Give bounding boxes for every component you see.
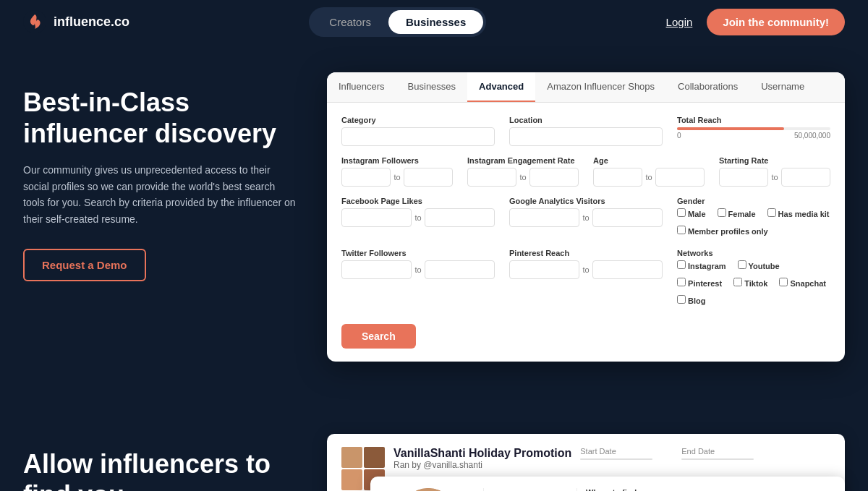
- search-widget-panel: Influencers Businesses Advanced Amazon I…: [327, 72, 845, 362]
- starting-rate-label: Starting Rate: [719, 156, 830, 165]
- tab-username[interactable]: Username: [749, 72, 816, 102]
- search-row-1: Category Location Total Reach: [341, 116, 830, 146]
- twitter-followers-from[interactable]: [341, 260, 412, 279]
- campaign-title: VanillaShanti Holiday Promotion: [393, 447, 571, 460]
- age-range: to: [593, 168, 705, 187]
- has-media-kit[interactable]: Has media kit: [767, 208, 830, 218]
- start-date-input: [580, 458, 652, 460]
- twitter-followers-to[interactable]: [425, 260, 495, 279]
- network-instagram[interactable]: Instagram: [677, 260, 726, 270]
- google-visitors-to[interactable]: [592, 208, 663, 227]
- navbar: influence.co Creators Businesses Login J…: [0, 0, 868, 43]
- pinterest-reach-to[interactable]: [592, 260, 663, 279]
- age-from[interactable]: [593, 168, 642, 187]
- network-tiktok-checkbox[interactable]: [733, 278, 742, 286]
- gender-female[interactable]: Female: [718, 208, 756, 218]
- twitter-followers-label: Twitter Followers: [341, 249, 495, 257]
- logo-text: influence.co: [54, 14, 129, 30]
- network-blog-checkbox[interactable]: [677, 295, 686, 304]
- range-sep-5: to: [414, 213, 421, 222]
- search-row-3: Facebook Page Likes to Google Analytics …: [341, 197, 830, 239]
- tab-collaborations[interactable]: Collaborations: [666, 72, 749, 102]
- twitter-followers-range: to: [341, 260, 495, 279]
- end-date-input: [681, 458, 754, 460]
- campaign-dates: Start Date End Date: [580, 447, 754, 460]
- instagram-followers-to[interactable]: [404, 168, 453, 187]
- age-label: Age: [593, 156, 705, 165]
- category-input[interactable]: [341, 127, 495, 146]
- tab-advanced[interactable]: Advanced: [467, 72, 535, 102]
- pinterest-reach-range: to: [509, 260, 663, 279]
- start-date-label: Start Date: [580, 447, 652, 456]
- request-demo-button-1[interactable]: Request a Demo: [23, 249, 146, 281]
- gender-female-checkbox[interactable]: [718, 208, 726, 217]
- logo[interactable]: influence.co: [23, 10, 129, 33]
- campaign-img-2: [364, 447, 385, 468]
- location-field: Location: [509, 116, 663, 146]
- where-title: Where to find me: [586, 488, 833, 491]
- instagram-engagement-to[interactable]: [529, 168, 579, 187]
- network-snapchat[interactable]: Snapchat: [779, 278, 826, 288]
- instagram-followers-range: to: [341, 168, 453, 187]
- network-youtube-checkbox[interactable]: [738, 260, 746, 269]
- network-tiktok[interactable]: Tiktok: [733, 278, 767, 288]
- facebook-likes-field: Facebook Page Likes to: [341, 197, 495, 239]
- start-date-field: Start Date: [580, 447, 652, 460]
- login-link[interactable]: Login: [666, 16, 693, 28]
- gender-male-checkbox[interactable]: [677, 208, 686, 217]
- starting-rate-range: to: [719, 168, 830, 187]
- nav-right: Login Join the community!: [666, 9, 845, 35]
- tab-influencers[interactable]: Influencers: [327, 72, 396, 102]
- range-sep-4: to: [771, 173, 778, 182]
- search-row-4: Twitter Followers to Pinterest Reach to: [341, 249, 830, 308]
- starting-rate-from[interactable]: [719, 168, 768, 187]
- end-date-label: End Date: [681, 447, 754, 456]
- networks-label: Networks: [677, 249, 830, 257]
- second-title: Allow influencers to find you: [23, 448, 298, 491]
- age-to[interactable]: [655, 168, 705, 187]
- tab-amazon[interactable]: Amazon Influencer Shops: [535, 72, 666, 102]
- profile-left: INFLUENCER Kimi Weintraub 🔥 kimiweinttra…: [382, 488, 483, 491]
- network-instagram-checkbox[interactable]: [677, 260, 686, 269]
- profile-card: INFLUENCER Kimi Weintraub 🔥 kimiweinttra…: [370, 477, 845, 491]
- network-youtube[interactable]: Youtube: [738, 260, 780, 270]
- instagram-engagement-from[interactable]: [467, 168, 516, 187]
- gender-label: Gender: [677, 197, 830, 205]
- network-pinterest-checkbox[interactable]: [677, 278, 686, 286]
- google-visitors-from[interactable]: [509, 208, 579, 227]
- has-media-kit-checkbox[interactable]: [767, 208, 776, 217]
- location-input[interactable]: [509, 127, 663, 146]
- twitter-followers-field: Twitter Followers to: [341, 249, 495, 308]
- network-pinterest[interactable]: Pinterest: [677, 278, 722, 288]
- logo-icon: [23, 10, 46, 33]
- toggle-creators[interactable]: Creators: [312, 10, 388, 34]
- search-body: Category Location Total Reach: [327, 103, 845, 362]
- total-reach-label: Total Reach: [677, 116, 830, 124]
- facebook-likes-from[interactable]: [341, 208, 412, 227]
- facebook-likes-to[interactable]: [425, 208, 495, 227]
- instagram-followers-label: Instagram Followers: [341, 156, 453, 165]
- network-snapchat-checkbox[interactable]: [779, 278, 788, 286]
- profile-middle: Instagram Stats 2.3% Engagement Rate: [483, 488, 577, 491]
- network-blog[interactable]: Blog: [677, 295, 706, 305]
- starting-rate-to[interactable]: [781, 168, 830, 187]
- gender-male[interactable]: Male: [677, 208, 706, 218]
- slider-track: [677, 127, 830, 130]
- tab-businesses[interactable]: Businesses: [396, 72, 467, 102]
- gender-field: Gender Male Female Has media kit: [677, 197, 830, 239]
- gender-options: Male Female Has media kit Member profile…: [677, 208, 830, 239]
- instagram-followers-from[interactable]: [341, 168, 391, 187]
- toggle-businesses[interactable]: Businesses: [388, 10, 483, 34]
- pinterest-reach-from[interactable]: [509, 260, 579, 279]
- networks-options: Instagram Youtube Pinterest Tiktok: [677, 260, 830, 308]
- join-button[interactable]: Join the community!: [707, 9, 845, 35]
- hero-subtitle: Our community gives us unprecedented acc…: [23, 162, 298, 227]
- member-profiles-only[interactable]: Member profiles only: [677, 226, 768, 236]
- google-visitors-field: Google Analytics Visitors to: [509, 197, 663, 239]
- search-button[interactable]: Search: [341, 324, 416, 349]
- campaign-img-3: [341, 469, 362, 490]
- slider-max: 50,000,000: [794, 132, 830, 140]
- range-sep-2: to: [519, 173, 526, 182]
- member-profiles-only-checkbox[interactable]: [677, 226, 686, 234]
- range-sep-8: to: [582, 265, 589, 274]
